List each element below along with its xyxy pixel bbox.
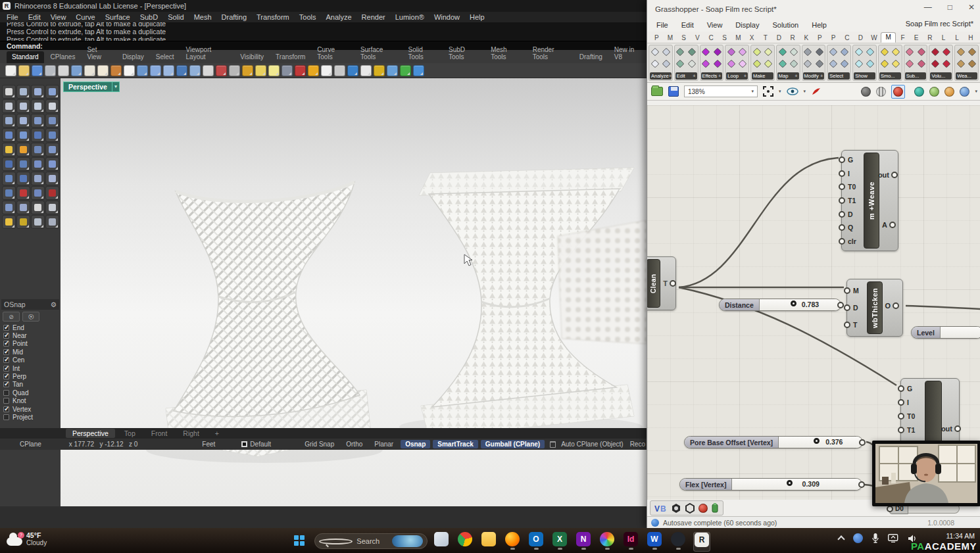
- sidebar-tool-icon[interactable]: [45, 128, 59, 142]
- osnap-option[interactable]: Tan: [1, 381, 59, 389]
- rhino-menu-item[interactable]: Transform: [257, 13, 289, 21]
- input-param[interactable]: T1: [842, 197, 863, 204]
- active-script-name[interactable]: Soap Film rec Script*: [906, 20, 973, 28]
- sidebar-tool-icon[interactable]: [45, 215, 59, 229]
- component-gem-icon[interactable]: [764, 59, 773, 68]
- clean-component[interactable]: Clean T: [647, 256, 676, 310]
- status-toggle[interactable]: Planar: [370, 440, 398, 448]
- taskbar-app[interactable]: [670, 532, 687, 552]
- microphone-icon[interactable]: [872, 533, 879, 543]
- toolbar-icon[interactable]: [295, 65, 306, 76]
- toolbar-tab[interactable]: Mesh Tools: [485, 44, 526, 63]
- gear-icon[interactable]: ⚙: [51, 301, 57, 308]
- taskbar-app[interactable]: X: [551, 532, 568, 552]
- sidebar-tool-icon[interactable]: [45, 157, 59, 171]
- rhino-menu-item[interactable]: Lumion®: [395, 13, 424, 21]
- input-param[interactable]: M: [847, 287, 866, 295]
- sidebar-tool-icon[interactable]: [2, 172, 16, 185]
- osnap-option[interactable]: Cen: [1, 356, 59, 364]
- component-gem-icon[interactable]: [789, 59, 798, 68]
- taskbar-app[interactable]: [599, 532, 616, 552]
- toolbar-icon[interactable]: [110, 65, 122, 76]
- toolbar-icon[interactable]: [268, 65, 280, 76]
- flex-slider[interactable]: Flex [Vertex] 0.309: [679, 478, 862, 491]
- component-gem-icon[interactable]: [752, 47, 761, 56]
- teal-sphere-icon[interactable]: [914, 87, 924, 97]
- green-wire-sphere-icon[interactable]: [929, 87, 939, 97]
- sidebar-tool-icon[interactable]: [16, 215, 30, 229]
- input-param[interactable]: T1: [901, 426, 922, 434]
- component-tab[interactable]: P: [813, 34, 827, 43]
- weave-component-label[interactable]: m +Weave: [864, 153, 879, 249]
- component-gem-icon[interactable]: [713, 59, 722, 68]
- checkbox[interactable]: [3, 325, 9, 331]
- checkbox[interactable]: [3, 406, 9, 412]
- hexagon-outline-icon[interactable]: [685, 503, 695, 514]
- component-gem-icon[interactable]: [880, 47, 889, 56]
- level-slider[interactable]: Level: [911, 326, 980, 339]
- auto-cplane-label[interactable]: Auto CPlane (Object): [561, 441, 624, 448]
- tray-app-icon[interactable]: [853, 533, 863, 543]
- toolbar-icon[interactable]: [203, 65, 214, 76]
- osnap-option[interactable]: Near: [1, 331, 59, 339]
- sidebar-tool-icon[interactable]: [31, 186, 45, 200]
- toolbar-icon[interactable]: [189, 65, 201, 76]
- osnap-option[interactable]: Int: [1, 364, 59, 372]
- component-gem-icon[interactable]: [829, 59, 838, 68]
- input-param[interactable]: G: [842, 156, 863, 164]
- rhino-menu-item[interactable]: Help: [470, 13, 485, 21]
- rhino-menu-item[interactable]: Surface: [105, 13, 130, 21]
- slider-knob[interactable]: [787, 480, 793, 486]
- input-param[interactable]: G: [901, 385, 922, 393]
- component-tab[interactable]: D: [854, 34, 868, 43]
- grasshopper-menu-item[interactable]: View: [707, 21, 723, 29]
- toolbar-icon[interactable]: [413, 65, 424, 76]
- toolbar-tab[interactable]: Visibility: [235, 51, 269, 63]
- toolbar-icon[interactable]: [282, 65, 293, 76]
- taskbar-app[interactable]: Id: [622, 532, 639, 552]
- input-param[interactable]: T0: [901, 412, 922, 420]
- palette-group-label[interactable]: Edit+: [675, 72, 697, 80]
- component-gem-icon[interactable]: [917, 47, 925, 56]
- component-gem-icon[interactable]: [789, 47, 798, 56]
- red-sphere-icon[interactable]: [698, 504, 708, 513]
- toolbar-icon[interactable]: [334, 65, 345, 76]
- status-toggle[interactable]: Osnap: [401, 440, 430, 448]
- shaded-preview-selected[interactable]: [891, 85, 905, 99]
- sidebar-tool-icon[interactable]: [16, 128, 30, 142]
- output-param[interactable]: A: [882, 221, 887, 229]
- sidebar-tool-icon[interactable]: [2, 143, 16, 156]
- sidebar-tool-icon[interactable]: [45, 186, 59, 200]
- viewport-tab[interactable]: Top: [118, 429, 142, 438]
- rhino-menu-item[interactable]: Window: [434, 13, 460, 21]
- trash-icon[interactable]: [550, 441, 556, 448]
- component-gem-icon[interactable]: [866, 47, 875, 56]
- input-param[interactable]: T: [847, 321, 866, 329]
- osnap-option[interactable]: End: [1, 324, 59, 331]
- component-tab[interactable]: K: [799, 34, 813, 43]
- component-tab[interactable]: S: [718, 34, 731, 43]
- sidebar-tool-icon[interactable]: [45, 99, 59, 113]
- component-tab[interactable]: P: [827, 34, 841, 43]
- slider-track[interactable]: [941, 327, 980, 338]
- component-gem-icon[interactable]: [764, 47, 773, 56]
- input-param[interactable]: Q: [842, 224, 863, 231]
- grasshopper-menu-item[interactable]: Edit: [681, 21, 694, 29]
- sidebar-tool-icon[interactable]: [31, 157, 45, 171]
- save-file-icon[interactable]: [668, 86, 679, 97]
- component-tab[interactable]: F: [896, 34, 910, 43]
- component-gem-icon[interactable]: [917, 59, 925, 68]
- palette-group-label[interactable]: Modify+: [803, 72, 825, 80]
- units-label[interactable]: Feet: [137, 441, 215, 448]
- component-gem-icon[interactable]: [752, 59, 761, 68]
- component-gem-icon[interactable]: [804, 59, 812, 68]
- status-toggle[interactable]: SmartTrack: [433, 440, 478, 448]
- toolbar-tab[interactable]: Solid Tools: [403, 44, 442, 63]
- component-gem-icon[interactable]: [829, 47, 838, 56]
- toolbar-tab[interactable]: Standard: [7, 51, 44, 63]
- taskbar-app[interactable]: [480, 532, 497, 552]
- viewport-title[interactable]: Perspective: [63, 82, 112, 92]
- shaded-dark-sphere-icon[interactable]: [861, 87, 871, 97]
- sidebar-tool-icon[interactable]: [45, 143, 59, 156]
- grasshopper-menu-item[interactable]: Solution: [772, 21, 798, 29]
